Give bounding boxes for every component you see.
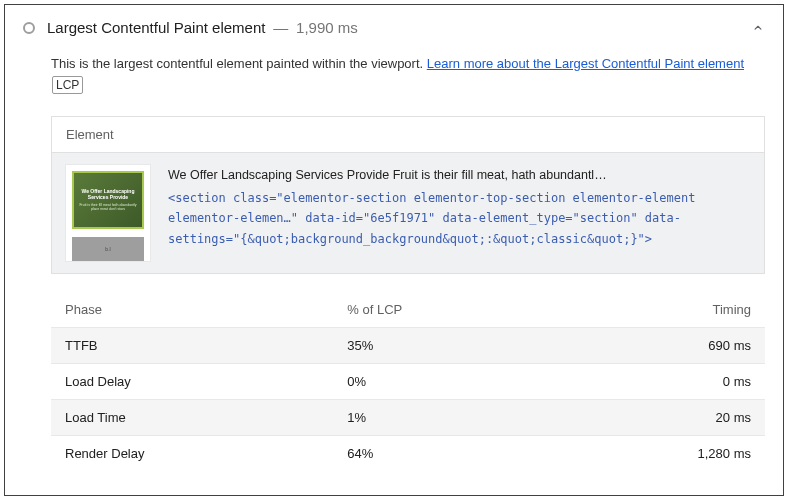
- audit-title-wrap: Largest Contentful Paint element — 1,990…: [47, 19, 358, 36]
- phase-table: Phase % of LCP Timing TTFB 35% 690 ms Lo…: [51, 292, 765, 471]
- cell-pct: 35%: [333, 327, 551, 363]
- cell-timing: 20 ms: [551, 399, 765, 435]
- cell-pct: 64%: [333, 435, 551, 471]
- chevron-up-icon: [751, 21, 765, 35]
- element-box-body: We Offer Landscaping Services Provide Fr…: [52, 153, 764, 273]
- audit-description: This is the largest contentful element p…: [51, 54, 765, 96]
- audit-title: Largest Contentful Paint element: [47, 19, 265, 36]
- cell-timing: 690 ms: [551, 327, 765, 363]
- table-row: Load Time 1% 20 ms: [51, 399, 765, 435]
- status-circle-icon: [23, 22, 35, 34]
- lcp-audit-panel: Largest Contentful Paint element — 1,990…: [4, 4, 784, 496]
- audit-header-row: Largest Contentful Paint element — 1,990…: [23, 19, 765, 36]
- element-box-header: Element: [52, 117, 764, 153]
- element-visible-text: We Offer Landscaping Services Provide Fr…: [168, 165, 750, 186]
- cell-phase: Load Time: [51, 399, 333, 435]
- thumbnail-hero: We Offer Landscaping Services Provide Fr…: [72, 171, 144, 229]
- description-text: This is the largest contentful element p…: [51, 56, 427, 71]
- audit-body: This is the largest contentful element p…: [51, 54, 765, 471]
- element-box: Element We Offer Landscaping Services Pr…: [51, 116, 765, 274]
- cell-pct: 1%: [333, 399, 551, 435]
- audit-timing: 1,990 ms: [296, 19, 358, 36]
- table-header-row: Phase % of LCP Timing: [51, 292, 765, 328]
- element-source-code[interactable]: <section class="elementor-section elemen…: [168, 188, 750, 249]
- thumbnail-footer: b.l: [72, 237, 144, 261]
- cell-timing: 0 ms: [551, 363, 765, 399]
- col-pct: % of LCP: [333, 292, 551, 328]
- table-row: Render Delay 64% 1,280 ms: [51, 435, 765, 471]
- table-row: TTFB 35% 690 ms: [51, 327, 765, 363]
- thumbnail-title: We Offer Landscaping Services Provide: [78, 188, 138, 200]
- col-timing: Timing: [551, 292, 765, 328]
- collapse-button[interactable]: [751, 21, 765, 35]
- cell-phase: Render Delay: [51, 435, 333, 471]
- audit-separator: —: [269, 19, 292, 36]
- cell-phase: Load Delay: [51, 363, 333, 399]
- table-row: Load Delay 0% 0 ms: [51, 363, 765, 399]
- cell-pct: 0%: [333, 363, 551, 399]
- element-text-block: We Offer Landscaping Services Provide Fr…: [168, 165, 750, 249]
- element-thumbnail: We Offer Landscaping Services Provide Fr…: [66, 165, 150, 261]
- cell-phase: TTFB: [51, 327, 333, 363]
- thumbnail-subtitle: Fruit is their fill meat hath abundantly…: [78, 203, 138, 211]
- thumbnail-footer-mark: b.l: [105, 246, 110, 252]
- learn-more-link[interactable]: Learn more about the Largest Contentful …: [427, 56, 744, 71]
- cell-timing: 1,280 ms: [551, 435, 765, 471]
- lcp-chip: LCP: [52, 76, 83, 94]
- col-phase: Phase: [51, 292, 333, 328]
